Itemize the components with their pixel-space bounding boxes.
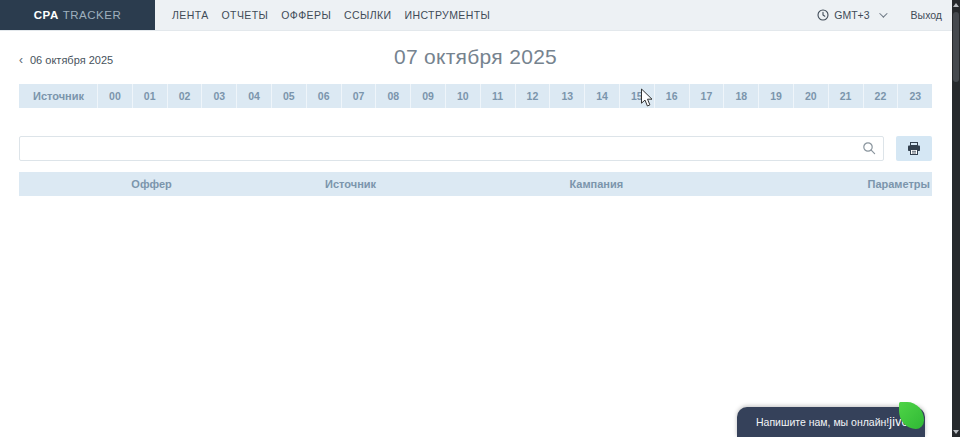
table-column-header-3: Кампания [561, 172, 859, 196]
top-navbar: CPA TRACKER ЛЕНТАОТЧЕТЫОФФЕРЫССЫЛКИИНСТР… [0, 0, 960, 31]
hour-cell-13[interactable]: 13 [549, 84, 584, 108]
nav-item-1[interactable]: ОТЧЕТЫ [222, 9, 269, 21]
printer-icon [907, 142, 921, 155]
search-icon [862, 141, 876, 155]
logo-secondary-text: TRACKER [63, 9, 121, 21]
table-column-header-4: Параметры [860, 172, 932, 196]
table-column-header-1: Оффер [123, 172, 317, 196]
hour-cell-01[interactable]: 01 [132, 84, 167, 108]
page-title: 07 октября 2025 [19, 45, 932, 69]
scroll-down-icon[interactable] [953, 430, 959, 434]
scroll-up-icon[interactable] [953, 3, 959, 7]
hour-cell-07[interactable]: 07 [341, 84, 376, 108]
hour-cell-02[interactable]: 02 [167, 84, 202, 108]
hour-cell-03[interactable]: 03 [201, 84, 236, 108]
search-box [19, 136, 884, 161]
hour-cell-04[interactable]: 04 [236, 84, 271, 108]
hour-cell-15[interactable]: 15 [619, 84, 654, 108]
nav-item-2[interactable]: ОФФЕРЫ [281, 9, 331, 21]
hour-cell-18[interactable]: 18 [723, 84, 758, 108]
hour-cell-11[interactable]: 11 [480, 84, 515, 108]
print-button[interactable] [896, 136, 932, 161]
table-column-header-2: Источник [317, 172, 561, 196]
search-input[interactable] [19, 136, 884, 161]
page-content: ‹ 06 октября 2025 07 октября 2025 Источн… [0, 41, 960, 196]
hour-cell-22[interactable]: 22 [863, 84, 898, 108]
hour-cell-20[interactable]: 20 [793, 84, 828, 108]
hour-cell-10[interactable]: 10 [445, 84, 480, 108]
clock-icon [817, 9, 829, 21]
hour-cell-08[interactable]: 08 [375, 84, 410, 108]
nav-item-4[interactable]: ИНСТРУМЕНТЫ [405, 9, 491, 21]
report-table-header: ОфферИсточникКампанияПараметры [19, 172, 932, 196]
hour-cell-19[interactable]: 19 [758, 84, 793, 108]
nav-right-group: GMT+3 Выход [817, 0, 960, 30]
table-column-header-0 [19, 172, 123, 196]
hour-cell-05[interactable]: 05 [271, 84, 306, 108]
nav-item-3[interactable]: ССЫЛКИ [344, 9, 391, 21]
app-logo[interactable]: CPA TRACKER [0, 0, 155, 30]
date-navigation: ‹ 06 октября 2025 07 октября 2025 [19, 41, 932, 75]
hour-cell-00[interactable]: 00 [97, 84, 132, 108]
nav-item-0[interactable]: ЛЕНТА [172, 9, 209, 21]
chevron-down-icon [879, 9, 887, 17]
hour-cell-12[interactable]: 12 [515, 84, 550, 108]
chat-widget[interactable]: Напишите нам, мы онлайн! jivo [737, 407, 925, 437]
scrollbar-thumb[interactable] [953, 12, 959, 82]
hour-cell-06[interactable]: 06 [306, 84, 341, 108]
logo-primary-text: CPA [34, 9, 59, 21]
hour-cell-16[interactable]: 16 [654, 84, 689, 108]
hours-source-header: Источник [19, 84, 97, 108]
hour-cell-23[interactable]: 23 [897, 84, 932, 108]
chat-message: Напишите нам, мы онлайн! [737, 416, 889, 428]
hours-header-row: Источник 0001020304050607080910111213141… [19, 84, 932, 108]
timezone-selector[interactable]: GMT+3 [817, 9, 884, 21]
logout-link[interactable]: Выход [911, 9, 942, 21]
vertical-scrollbar[interactable] [952, 0, 960, 437]
hour-cell-09[interactable]: 09 [410, 84, 445, 108]
hour-cell-14[interactable]: 14 [584, 84, 619, 108]
hour-cell-21[interactable]: 21 [828, 84, 863, 108]
hour-cell-17[interactable]: 17 [689, 84, 724, 108]
search-toolbar [19, 136, 932, 161]
timezone-label: GMT+3 [834, 9, 869, 21]
nav-menu: ЛЕНТАОТЧЕТЫОФФЕРЫССЫЛКИИНСТРУМЕНТЫ [155, 0, 490, 30]
